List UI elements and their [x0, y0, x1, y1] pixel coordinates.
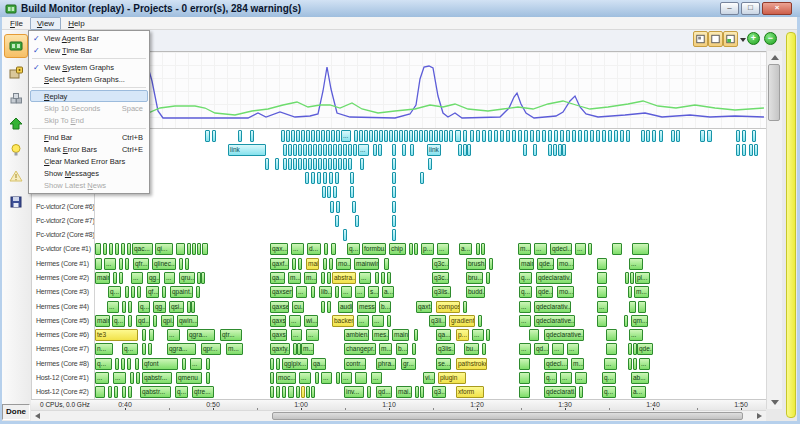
job-bar[interactable] [387, 272, 391, 284]
job-bar[interactable]: pathstroke [456, 358, 487, 370]
vertical-scrollbar-thumb[interactable] [768, 64, 780, 121]
job-bar[interactable] [633, 358, 637, 370]
job-bar[interactable] [624, 315, 628, 327]
job-bar[interactable]: qaxs... [270, 315, 286, 327]
job-bar[interactable]: qdecl... [550, 243, 572, 255]
job-bar[interactable]: audi... [338, 301, 353, 313]
job-bar[interactable] [754, 144, 758, 156]
job-bar[interactable] [379, 130, 383, 142]
job-bar[interactable] [336, 130, 340, 142]
menu-item-skip-10-seconds[interactable]: Skip 10 SecondsSpace [30, 102, 148, 114]
job-bar[interactable]: main [392, 329, 409, 341]
job-bar[interactable] [206, 358, 210, 370]
job-bar[interactable]: phra... [376, 358, 396, 370]
job-bar[interactable] [620, 130, 624, 142]
job-bar[interactable] [409, 243, 413, 255]
job-bar[interactable] [187, 243, 191, 255]
job-bar[interactable]: ... [371, 372, 382, 384]
job-bar[interactable]: q3lis... [432, 286, 451, 298]
job-bar[interactable]: d... [307, 243, 321, 255]
job-bar[interactable]: qd... [376, 386, 392, 398]
job-bar[interactable] [115, 358, 119, 370]
job-bar[interactable]: qdeclarativ... [536, 272, 572, 284]
job-bar[interactable] [392, 158, 396, 170]
job-bar[interactable] [286, 130, 290, 142]
job-bar[interactable] [336, 372, 340, 384]
job-bar[interactable] [410, 144, 414, 156]
job-bar[interactable] [389, 130, 393, 142]
job-bar[interactable] [330, 201, 334, 213]
job-bar[interactable]: ... [164, 272, 175, 284]
job-bar[interactable] [335, 172, 339, 184]
job-bar[interactable] [197, 243, 201, 255]
job-bar[interactable] [419, 130, 423, 142]
job-bar[interactable] [374, 130, 378, 142]
job-bar[interactable]: qm... [631, 315, 648, 327]
job-bar[interactable] [424, 130, 428, 142]
job-bar[interactable]: qpi... [161, 315, 174, 327]
job-bar[interactable] [162, 286, 166, 298]
job-bar[interactable] [608, 130, 612, 142]
job-bar[interactable] [602, 130, 606, 142]
job-bar[interactable]: ... [167, 329, 180, 341]
job-bar[interactable]: formbu... [362, 243, 386, 255]
job-bar[interactable] [628, 358, 632, 370]
job-bar[interactable] [482, 130, 486, 142]
job-bar[interactable] [315, 372, 319, 384]
job-bar[interactable] [191, 301, 195, 313]
job-bar[interactable] [238, 130, 242, 142]
job-bar[interactable]: ... [107, 301, 119, 313]
job-bar[interactable] [250, 130, 254, 142]
job-bar[interactable] [291, 130, 295, 142]
job-bar[interactable]: qfr... [133, 258, 149, 270]
job-bar[interactable]: qpr... [201, 343, 221, 355]
job-bar[interactable] [316, 130, 320, 142]
job-bar[interactable]: qde... [537, 258, 554, 270]
job-bar[interactable]: b... [396, 343, 408, 355]
job-bar[interactable] [321, 301, 325, 313]
job-bar[interactable]: te3 [95, 329, 138, 341]
job-bar[interactable]: ... [358, 144, 369, 156]
view-single-button[interactable] [693, 31, 708, 47]
job-bar[interactable] [135, 358, 139, 370]
job-bar[interactable]: mai... [396, 386, 412, 398]
job-bar[interactable]: m... [301, 343, 314, 355]
job-bar[interactable] [578, 130, 582, 142]
job-bar[interactable]: gr... [401, 358, 416, 370]
job-bar[interactable] [392, 172, 396, 184]
job-bar[interactable]: qgra... [187, 329, 215, 341]
job-bar[interactable] [529, 329, 539, 341]
job-bar[interactable]: plugin [438, 372, 466, 384]
job-bar[interactable]: q3c... [432, 272, 449, 284]
menu-file[interactable]: File [3, 17, 30, 30]
job-bar[interactable] [318, 144, 322, 156]
job-bar[interactable] [364, 130, 368, 142]
job-bar[interactable]: qlinec... [152, 258, 176, 270]
job-bar[interactable] [323, 144, 327, 156]
job-bar[interactable]: changepr... [344, 343, 376, 355]
job-bar[interactable] [415, 386, 419, 398]
job-bar[interactable]: gradients [449, 315, 475, 327]
job-bar[interactable] [343, 158, 347, 170]
job-bar[interactable] [700, 130, 705, 142]
job-bar[interactable]: ... [289, 315, 301, 327]
job-bar[interactable]: ... [437, 243, 449, 255]
job-bar[interactable]: ... [95, 372, 109, 384]
job-bar[interactable] [348, 144, 352, 156]
job-bar[interactable] [749, 144, 753, 156]
job-bar[interactable] [404, 130, 408, 142]
job-bar[interactable] [536, 130, 540, 142]
job-bar[interactable] [308, 144, 312, 156]
job-bar[interactable]: link [427, 144, 441, 156]
job-bar[interactable] [306, 130, 310, 142]
job-bar[interactable] [153, 315, 157, 327]
job-bar[interactable] [327, 301, 331, 313]
sidebar-floppy-save-button[interactable] [4, 190, 28, 214]
job-bar[interactable] [373, 144, 377, 156]
job-bar[interactable]: a... [459, 243, 472, 255]
job-bar[interactable] [399, 130, 403, 142]
job-bar[interactable] [122, 386, 126, 398]
job-bar[interactable] [519, 372, 530, 384]
job-bar[interactable] [434, 130, 438, 142]
job-bar[interactable] [659, 130, 663, 142]
